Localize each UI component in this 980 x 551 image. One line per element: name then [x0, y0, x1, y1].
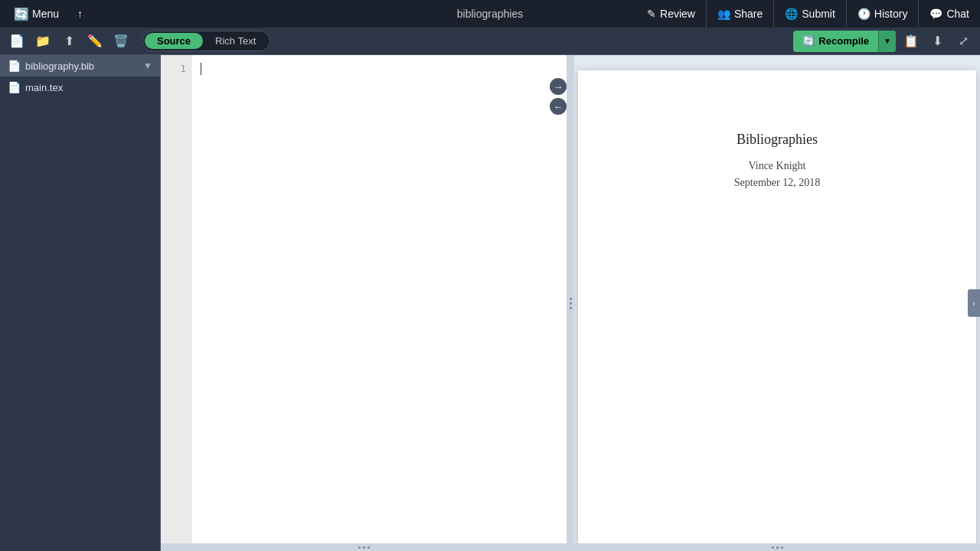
editor-pane: 1 → ← — [161, 55, 567, 551]
nav-back-button[interactable]: ← — [550, 98, 567, 115]
source-rich-toggle: Source Rich Text — [142, 31, 270, 51]
folder-icon: 📁 — [35, 34, 51, 48]
tex-filename: main.tex — [25, 82, 63, 93]
menu-label: Menu — [32, 8, 59, 20]
dot-2 — [363, 546, 365, 549]
expand-icon: ⤢ — [959, 34, 969, 48]
editor-divider[interactable] — [567, 55, 574, 551]
edit-button[interactable]: ✏️ — [84, 31, 106, 52]
editor-resize-handle[interactable] — [161, 543, 567, 551]
download-icon: ⬇ — [933, 34, 942, 48]
recompile-button[interactable]: 🔄 Recompile ▼ — [793, 31, 896, 52]
recompile-main[interactable]: 🔄 Recompile — [793, 31, 878, 52]
document-title: bibliographies — [457, 8, 523, 20]
nav-forward-button[interactable]: → — [550, 78, 567, 95]
chevron-down-icon: ▼ — [143, 60, 152, 71]
preview-pane: Bibliographies Vince Knight September 12… — [574, 55, 980, 551]
upload-button[interactable]: ⬆ — [58, 31, 80, 52]
preview-page: Bibliographies Vince Knight September 12… — [578, 70, 976, 545]
sidebar-item-tex[interactable]: 📄 main.tex — [0, 77, 160, 98]
line-numbers: 1 — [161, 55, 191, 551]
arrow-right-icon: → — [554, 81, 564, 93]
line-number-1: 1 — [165, 61, 186, 77]
main-area: 📄 bibliography.bib ▼ 📄 main.tex ‹ 1 — [0, 55, 980, 551]
open-folder-button[interactable]: 📁 — [32, 31, 54, 52]
preview-date: September 12, 2018 — [734, 177, 820, 189]
history-button[interactable]: 🕐 History — [847, 0, 920, 28]
text-cursor — [201, 63, 201, 75]
source-tab[interactable]: Source — [145, 33, 203, 49]
menu-icon: 🔄 — [14, 7, 29, 21]
bib-file-icon: 📄 — [8, 60, 21, 72]
delete-icon: 🗑️ — [113, 34, 129, 48]
editor-content[interactable] — [191, 55, 567, 551]
review-button[interactable]: ✎ Review — [636, 0, 707, 28]
divider-dots — [570, 298, 572, 309]
edit-icon: ✏️ — [87, 34, 103, 48]
editor-area: 1 → ← — [161, 55, 567, 551]
download-pdf-button[interactable]: 📋 — [900, 31, 922, 52]
bib-filename: bibliography.bib — [25, 60, 94, 72]
chat-button[interactable]: 💬 Chat — [919, 0, 980, 28]
submit-button[interactable]: 🌐 Submit — [774, 0, 847, 28]
file-sidebar: 📄 bibliography.bib ▼ 📄 main.tex — [0, 55, 161, 551]
rich-text-tab[interactable]: Rich Text — [203, 33, 268, 49]
menu-button[interactable]: 🔄 Menu — [6, 4, 67, 24]
chevron-right-icon: › — [972, 299, 975, 308]
new-file-button[interactable]: 📄 — [6, 31, 28, 52]
editor-toolbar: 📄 📁 ⬆ ✏️ 🗑️ Source Rich Text 🔄 Recompile… — [0, 28, 980, 55]
nav-arrows: → ← — [550, 78, 567, 115]
tex-file-icon: 📄 — [8, 81, 21, 93]
upload-icon: ⬆ — [64, 34, 74, 48]
preview-collapse-button[interactable]: › — [968, 289, 980, 317]
chevron-down-icon: ▼ — [884, 37, 891, 45]
topbar-right: ✎ Review 👥 Share 🌐 Submit 🕐 History 💬 Ch… — [636, 0, 980, 28]
topbar: 🔄 Menu ↑ bibliographies ✎ Review 👥 Share… — [0, 0, 980, 28]
download-button[interactable]: ⬇ — [926, 31, 948, 52]
arrow-left-icon: ← — [554, 101, 564, 112]
share-button[interactable]: 👥 Share — [707, 0, 774, 28]
topbar-left: 🔄 Menu ↑ — [0, 4, 90, 24]
recompile-refresh-icon: 🔄 — [802, 35, 815, 47]
upload-button[interactable]: ↑ — [70, 5, 90, 23]
new-file-icon: 📄 — [9, 34, 24, 48]
pdf-icon: 📋 — [903, 34, 919, 48]
delete-button[interactable]: 🗑️ — [110, 31, 132, 52]
dot-3 — [368, 546, 370, 549]
chat-icon: 💬 — [929, 8, 942, 20]
recompile-dropdown[interactable]: ▼ — [878, 31, 896, 52]
upload-icon: ↑ — [77, 8, 83, 20]
history-icon: 🕐 — [858, 8, 871, 20]
cursor-line — [201, 61, 557, 75]
preview-resize-handle[interactable] — [574, 543, 980, 551]
share-icon: 👥 — [717, 8, 730, 20]
preview-document-title: Bibliographies — [737, 132, 818, 148]
expand-button[interactable]: ⤢ — [952, 31, 974, 52]
sidebar-item-bib[interactable]: 📄 bibliography.bib ▼ — [0, 55, 160, 77]
dot-1 — [358, 546, 361, 549]
submit-icon: 🌐 — [785, 8, 798, 20]
review-icon: ✎ — [647, 8, 656, 20]
preview-author: Vince Knight — [749, 160, 806, 172]
recompile-label: Recompile — [818, 35, 869, 47]
toolbar-right: 🔄 Recompile ▼ 📋 ⬇ ⤢ — [793, 31, 974, 52]
